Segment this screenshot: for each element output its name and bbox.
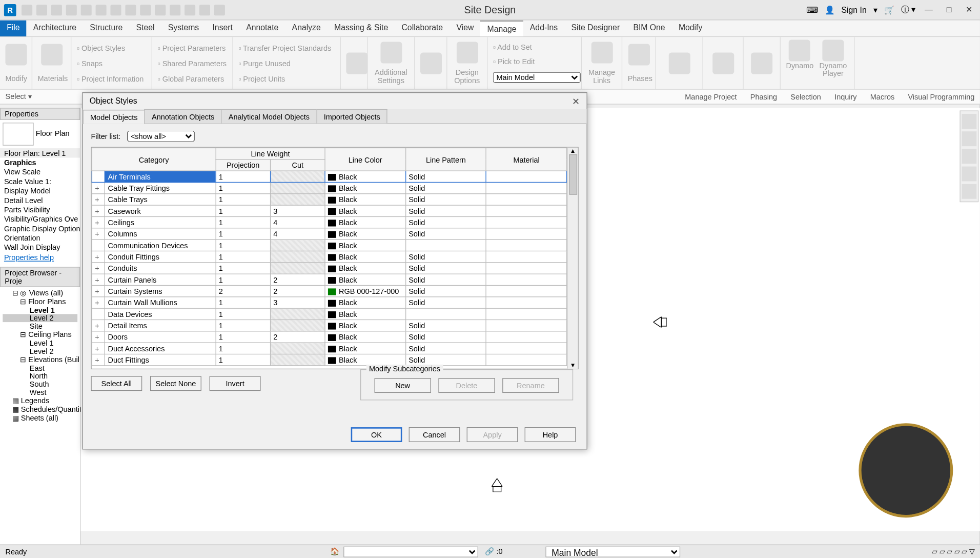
tab-annotate[interactable]: Annotate: [239, 20, 285, 36]
maximize-button[interactable]: □: [942, 3, 955, 16]
property-row[interactable]: Parts Visibility: [0, 205, 80, 214]
legends-node[interactable]: ▦ Legends: [3, 396, 77, 405]
snaps-button[interactable]: Snaps: [77, 59, 146, 67]
ceiling-plans-node[interactable]: ⊟ Ceiling Plans: [3, 330, 77, 339]
property-row[interactable]: Scale Value 1:: [0, 176, 80, 186]
table-scrollbar[interactable]: ▲▼: [567, 148, 578, 369]
transfer-standards-button[interactable]: Transfer Project Standards: [238, 44, 335, 52]
keyin-icon[interactable]: ⌨: [806, 5, 818, 14]
c-level1-node[interactable]: Level 1: [3, 339, 77, 347]
table-row[interactable]: +Conduits1BlackSolid: [92, 263, 566, 274]
tab-massing-site[interactable]: Massing & Site: [328, 20, 395, 36]
design-options-button[interactable]: Design Options: [453, 68, 482, 84]
east-node[interactable]: East: [3, 364, 77, 372]
table-row[interactable]: +Ceilings14BlackSolid: [92, 216, 566, 228]
property-row[interactable]: Display Model: [0, 186, 80, 195]
new-button[interactable]: New: [374, 378, 431, 393]
minimize-button[interactable]: —: [922, 3, 935, 16]
property-row[interactable]: View Scale: [0, 167, 80, 176]
table-row[interactable]: +Conduit Fittings1BlackSolid: [92, 251, 566, 262]
filter-select[interactable]: <show all>: [127, 131, 194, 142]
close-button[interactable]: ✕: [963, 3, 976, 16]
dropdown-icon[interactable]: ▾: [873, 5, 877, 14]
table-row[interactable]: +Curtain Panels12BlackSolid: [92, 274, 566, 285]
property-row[interactable]: Visibility/Graphics Ove: [0, 214, 80, 224]
cancel-button[interactable]: Cancel: [409, 427, 460, 442]
table-row[interactable]: +Duct Fittings1BlackSolid: [92, 354, 566, 366]
filter-icons[interactable]: ▱ ▱ ▱ ▱ ▱ ▽: [932, 547, 974, 556]
worksets-icon[interactable]: 🏠: [330, 547, 339, 556]
design-option-select[interactable]: Main Model: [545, 546, 680, 557]
manage-links-button[interactable]: Manage Links: [587, 68, 617, 84]
table-row[interactable]: Data Devices1Black: [92, 308, 566, 320]
invert-button[interactable]: Invert: [210, 376, 261, 391]
c-level2-node[interactable]: Level 2: [3, 347, 77, 355]
dynamo-player-button[interactable]: Dynamo Player: [818, 62, 848, 78]
table-row[interactable]: Communication Devices1Black: [92, 240, 566, 251]
dialog-tab-analytical-model-objects[interactable]: Analytical Model Objects: [221, 109, 317, 124]
property-row[interactable]: Detail Level: [0, 195, 80, 205]
help-button[interactable]: Help: [525, 427, 576, 442]
view-type-thumbnail[interactable]: [3, 123, 33, 146]
dialog-tab-annotation-objects[interactable]: Annotation Objects: [145, 109, 222, 124]
tab-bim-one[interactable]: BIM One: [626, 20, 672, 36]
materials-button[interactable]: Materials: [38, 74, 66, 82]
help-icon[interactable]: ⓘ ▾: [901, 4, 915, 15]
schedules-node[interactable]: ▦ Schedules/Quantities (all): [3, 405, 77, 414]
property-row[interactable]: Wall Join Display: [0, 243, 80, 252]
table-row[interactable]: Air Terminals1BlackSolid: [92, 171, 566, 182]
dialog-tab-model-objects[interactable]: Model Objects: [83, 110, 145, 124]
modify-tool[interactable]: Modify: [6, 74, 27, 82]
main-model-select[interactable]: Main Model: [493, 72, 581, 83]
apply-button[interactable]: Apply: [467, 427, 518, 442]
tab-view[interactable]: View: [450, 20, 480, 36]
tab-analyze[interactable]: Analyze: [285, 20, 327, 36]
tab-collaborate[interactable]: Collaborate: [395, 20, 450, 36]
object-styles-button[interactable]: Object Styles: [77, 44, 146, 52]
elevations-node[interactable]: ⊟ Elevations (Buil: [3, 355, 77, 364]
shared-parameters-button[interactable]: Shared Parameters: [157, 59, 227, 67]
dialog-tab-imported-objects[interactable]: Imported Objects: [316, 109, 387, 124]
table-row[interactable]: +Cable Trays1BlackSolid: [92, 194, 566, 205]
tab-modify[interactable]: Modify: [672, 20, 709, 36]
properties-help-link[interactable]: Properties help: [0, 252, 80, 263]
close-icon[interactable]: ✕: [572, 96, 580, 107]
tab-insert[interactable]: Insert: [206, 20, 239, 36]
table-row[interactable]: +Detail Items1BlackSolid: [92, 320, 566, 331]
select-all-button[interactable]: Select All: [91, 376, 142, 391]
tab-add-ins[interactable]: Add-Ins: [523, 20, 565, 36]
level2-node[interactable]: Level 2: [3, 314, 77, 322]
site-node[interactable]: Site: [3, 322, 77, 330]
additional-settings-button[interactable]: Additional Settings: [373, 68, 409, 84]
tab-site-designer[interactable]: Site Designer: [564, 20, 626, 36]
views-node[interactable]: ⊟ ◎ Views (all): [3, 288, 77, 297]
table-row[interactable]: +Doors12BlackSolid: [92, 331, 566, 343]
rename-button[interactable]: Rename: [502, 378, 559, 393]
phases-button[interactable]: Phases: [628, 74, 650, 82]
dynamo-button[interactable]: Dynamo: [786, 62, 813, 70]
floor-plans-node[interactable]: ⊟ Floor Plans: [3, 297, 77, 306]
workset-select[interactable]: [343, 546, 478, 557]
add-to-set-button[interactable]: Add to Set: [493, 43, 576, 51]
sign-in-link[interactable]: Sign In: [842, 5, 867, 14]
north-node[interactable]: North: [3, 372, 77, 380]
table-row[interactable]: +Casework13BlackSolid: [92, 205, 566, 216]
table-row[interactable]: +Duct Accessories1BlackSolid: [92, 343, 566, 354]
tab-file[interactable]: File: [0, 20, 27, 36]
table-row[interactable]: +Curtain Systems22RGB 000-127-000Solid: [92, 285, 566, 296]
quick-access-toolbar[interactable]: [22, 5, 225, 15]
select-panel-label[interactable]: Select ▾: [6, 92, 32, 101]
cart-icon[interactable]: 🛒: [884, 5, 894, 14]
tab-steel[interactable]: Steel: [129, 20, 161, 36]
global-parameters-button[interactable]: Global Parameters: [157, 74, 227, 83]
table-row[interactable]: +Curtain Wall Mullions13BlackSolid: [92, 297, 566, 308]
table-row[interactable]: +Cable Tray Fittings1BlackSolid: [92, 182, 566, 193]
delete-button[interactable]: Delete: [438, 378, 495, 393]
tab-structure[interactable]: Structure: [83, 20, 129, 36]
navigation-bar[interactable]: [959, 110, 978, 202]
south-node[interactable]: South: [3, 380, 77, 388]
table-row[interactable]: +Columns14BlackSolid: [92, 228, 566, 240]
project-parameters-button[interactable]: Project Parameters: [157, 44, 227, 52]
property-row[interactable]: Orientation: [0, 233, 80, 243]
tab-architecture[interactable]: Architecture: [27, 20, 83, 36]
